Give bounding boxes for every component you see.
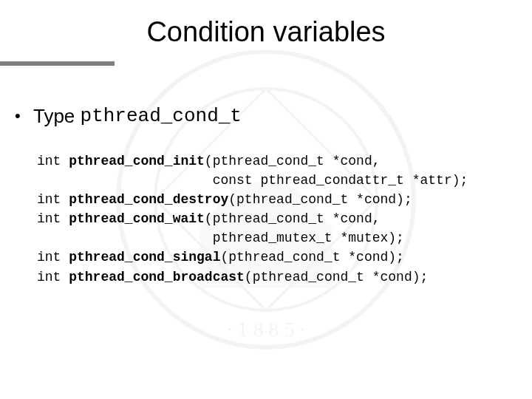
bullet-dot-icon: • (15, 108, 21, 124)
code-line-7: int pthread_cond_broadcast(pthread_cond_… (37, 270, 428, 284)
svg-text:· 1 8 8 5 ·: · 1 8 8 5 · (228, 318, 305, 341)
code-line-5: pthread_mutex_t *mutex); (37, 231, 404, 245)
bullet-type-line: • Type pthread_cond_t (15, 103, 242, 128)
code-block: int pthread_cond_init(pthread_cond_t *co… (37, 151, 468, 287)
bullet-label: Type (33, 105, 81, 127)
code-line-6: int pthread_cond_singal(pthread_cond_t *… (37, 250, 404, 265)
code-line-1: int pthread_cond_init(pthread_cond_t *co… (37, 154, 381, 168)
code-line-3: int pthread_cond_destroy(pthread_cond_t … (37, 192, 412, 207)
slide-title: Condition variables (0, 16, 532, 48)
code-line-4: int pthread_cond_wait(pthread_cond_t *co… (37, 211, 381, 226)
bullet-typename: pthread_cond_t (81, 105, 242, 127)
code-line-2: const pthread_condattr_t *attr); (37, 173, 468, 188)
title-underline (0, 61, 115, 66)
